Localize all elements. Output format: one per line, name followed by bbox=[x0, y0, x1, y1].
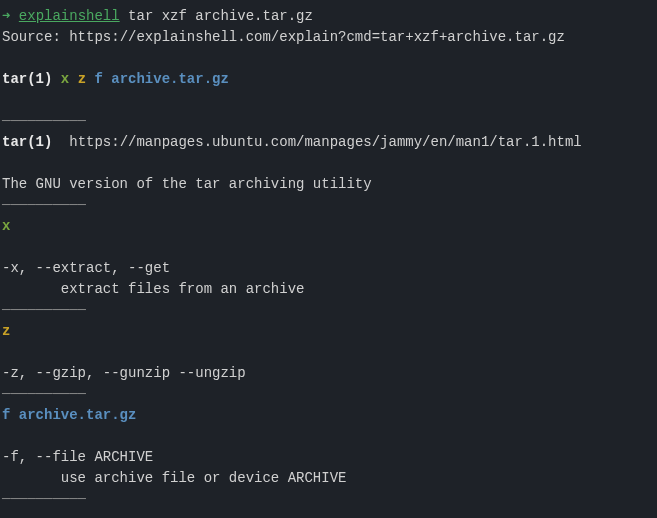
prompt-args: tar xzf archive.tar.gz bbox=[120, 8, 313, 24]
flag-x: x bbox=[61, 71, 69, 87]
section-x-title: x bbox=[2, 218, 10, 234]
cmd-tar: tar(1) bbox=[2, 71, 52, 87]
section-tar-title: tar(1) bbox=[2, 134, 52, 150]
divider: ────────── bbox=[2, 489, 655, 510]
section-tar-header: tar(1) https://manpages.ubuntu.com/manpa… bbox=[2, 132, 655, 153]
source-url: https://explainshell.com/explain?cmd=tar… bbox=[69, 29, 565, 45]
blank-line bbox=[2, 342, 655, 363]
blank-line bbox=[2, 90, 655, 111]
blank-line bbox=[2, 426, 655, 447]
divider: ────────── bbox=[2, 111, 655, 132]
section-z-desc: -z, --gzip, --gunzip --ungzip bbox=[2, 363, 655, 384]
command-breakdown: tar(1) x z f archive.tar.gz bbox=[2, 69, 655, 90]
flag-z: z bbox=[78, 71, 86, 87]
section-z-title: z bbox=[2, 323, 10, 339]
divider: ────────── bbox=[2, 195, 655, 216]
divider: ────────── bbox=[2, 300, 655, 321]
source-label: Source: bbox=[2, 29, 69, 45]
blank-line bbox=[2, 237, 655, 258]
prompt-line: ➜ explainshell tar xzf archive.tar.gz bbox=[2, 6, 655, 27]
divider: ────────── bbox=[2, 384, 655, 405]
section-f-desc: -f, --file ARCHIVE use archive file or d… bbox=[2, 447, 655, 489]
section-tar-url: https://manpages.ubuntu.com/manpages/jam… bbox=[69, 134, 581, 150]
section-f-title: f archive.tar.gz bbox=[2, 407, 136, 423]
section-x-desc: -x, --extract, --get extract files from … bbox=[2, 258, 655, 300]
section-f-header: f archive.tar.gz bbox=[2, 405, 655, 426]
section-x-header: x bbox=[2, 216, 655, 237]
blank-line bbox=[2, 48, 655, 69]
section-tar-desc: The GNU version of the tar archiving uti… bbox=[2, 174, 655, 195]
source-line: Source: https://explainshell.com/explain… bbox=[2, 27, 655, 48]
prompt-arrow-icon: ➜ bbox=[2, 8, 10, 24]
flag-f-arg: f archive.tar.gz bbox=[94, 71, 228, 87]
section-z-header: z bbox=[2, 321, 655, 342]
blank-line bbox=[2, 153, 655, 174]
prompt-command: explainshell bbox=[19, 8, 120, 24]
